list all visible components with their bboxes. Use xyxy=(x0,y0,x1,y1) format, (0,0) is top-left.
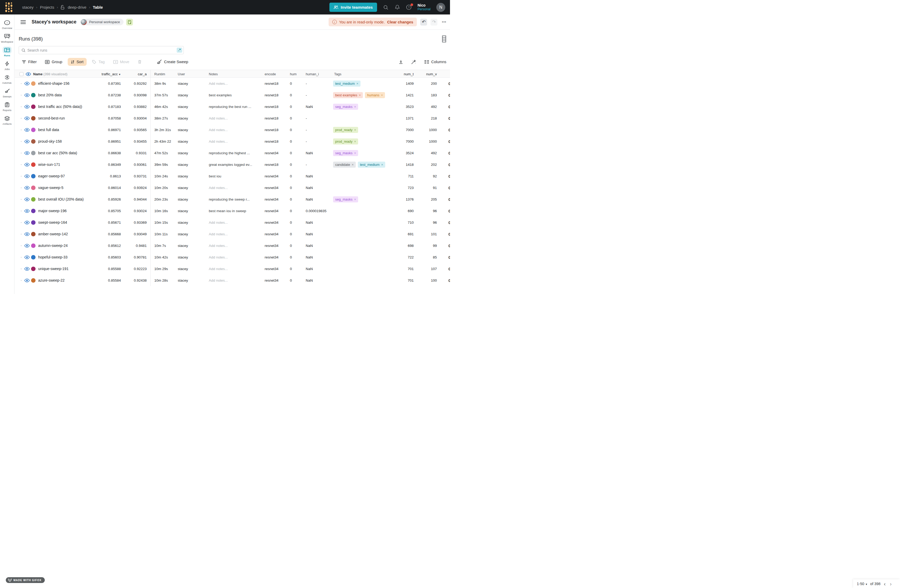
table-row[interactable]: best car acc (50% data)0.866380.933147m … xyxy=(15,147,450,159)
notes-cell[interactable]: Add notes... xyxy=(208,139,264,144)
table-row[interactable]: major-sweep-1960.857050.9302410m 16sstac… xyxy=(15,205,450,217)
notes-cell[interactable]: Add notes... xyxy=(208,186,264,190)
magic-wand-button[interactable] xyxy=(411,59,417,65)
column-header-hum[interactable]: hum xyxy=(289,72,305,76)
panel-rows-icon[interactable] xyxy=(442,36,446,42)
notes-cell[interactable]: best iou xyxy=(208,174,264,178)
regex-toggle[interactable]: .* xyxy=(177,48,182,53)
run-name[interactable]: vague-sweep-5 xyxy=(38,186,96,190)
visibility-toggle[interactable] xyxy=(23,128,30,132)
run-name[interactable]: best overall IOU (20% data) xyxy=(38,197,96,201)
table-row[interactable]: amber-sweep-1420.856680.9304910m 11sstac… xyxy=(15,228,450,240)
visibility-toggle[interactable] xyxy=(23,186,30,190)
table-row[interactable]: eager-sweep-970.86130.9373110m 24sstacey… xyxy=(15,170,450,182)
drag-handle[interactable] xyxy=(19,210,23,211)
run-name[interactable]: swept-sweep-164 xyxy=(38,220,96,224)
run-name[interactable]: proud-sky-158 xyxy=(38,139,96,144)
notes-cell[interactable]: Add notes... xyxy=(208,279,264,282)
tag-remove-icon[interactable]: × xyxy=(354,105,356,109)
visibility-toggle[interactable] xyxy=(23,162,30,167)
run-name[interactable]: efficient-shape-156 xyxy=(38,81,96,85)
notes-cell[interactable]: great examples logged ev... xyxy=(208,162,264,167)
notes-cell[interactable]: Add notes... xyxy=(208,82,264,85)
drag-handle[interactable] xyxy=(19,257,23,258)
drag-handle[interactable] xyxy=(19,83,23,84)
run-name[interactable]: best traffic acc (50% data)) xyxy=(38,105,96,109)
notes-cell[interactable]: best examples xyxy=(208,93,264,97)
visibility-toggle[interactable] xyxy=(23,232,30,236)
run-name[interactable]: second-best-run xyxy=(38,116,96,120)
global-search-icon[interactable] xyxy=(383,5,389,10)
more-options-button[interactable]: ••• xyxy=(442,20,446,24)
column-header-user[interactable]: User xyxy=(177,72,208,76)
sort-button[interactable]: Sort xyxy=(68,58,87,66)
notes-cell[interactable]: reproducing the best run ... xyxy=(208,105,264,109)
drag-handle[interactable] xyxy=(19,130,23,130)
notes-cell[interactable]: Add notes... xyxy=(208,267,264,271)
column-header-human-id[interactable]: human_i xyxy=(305,72,333,76)
sidebar-item-runs[interactable]: Runs xyxy=(0,46,14,57)
breadcrumb-project[interactable]: deep-drive xyxy=(68,5,86,9)
current-user[interactable]: Nico Personal xyxy=(417,3,430,11)
drag-handle[interactable] xyxy=(19,245,23,246)
drag-handle[interactable] xyxy=(19,176,23,176)
run-name[interactable]: hopeful-sweep-33 xyxy=(38,255,96,259)
visibility-toggle[interactable] xyxy=(23,244,30,248)
visibility-toggle[interactable] xyxy=(23,197,30,201)
undo-button[interactable]: ↶ xyxy=(420,19,427,26)
tag-remove-icon[interactable]: × xyxy=(354,139,356,144)
column-header-num-t[interactable]: num_t xyxy=(393,72,417,76)
run-name[interactable]: major-sweep-196 xyxy=(38,209,96,213)
drag-handle[interactable] xyxy=(19,234,23,235)
drag-handle[interactable] xyxy=(19,106,23,107)
table-row[interactable]: efficient-shape-1560.873910.9329238m 9ss… xyxy=(15,77,450,89)
breadcrumb-user[interactable]: stacey xyxy=(22,5,33,9)
clear-changes-link[interactable]: Clear changes xyxy=(387,20,413,24)
table-row[interactable]: vague-sweep-50.860140.9392410m 20sstacey… xyxy=(15,182,450,193)
table-row[interactable]: best full data0.869710.935653h 2m 31ssta… xyxy=(15,124,450,136)
drag-handle[interactable] xyxy=(19,153,23,153)
run-name[interactable]: best 20% data xyxy=(38,93,96,97)
create-sweep-button[interactable]: Create Sweep xyxy=(154,58,191,66)
drag-handle[interactable] xyxy=(19,187,23,188)
notes-cell[interactable]: reproducing the sweep r... xyxy=(208,197,264,201)
table-row[interactable]: hopeful-sweep-330.856030.9078110m 42ssta… xyxy=(15,251,450,263)
breadcrumb-projects[interactable]: Projects xyxy=(40,5,54,9)
run-name[interactable]: unique-sweep-191 xyxy=(38,267,96,271)
notifications-bell-icon[interactable] xyxy=(394,5,400,10)
run-name[interactable]: eager-sweep-97 xyxy=(38,174,96,178)
table-row[interactable]: best 20% data0.872380.9309837m 57sstacey… xyxy=(15,89,450,101)
table-row[interactable]: wise-sun-1710.863490.9306139m 59sstaceyg… xyxy=(15,159,450,170)
search-runs-box[interactable]: .* xyxy=(19,46,184,54)
column-header-traffic-acc[interactable]: traffic_acc▼ xyxy=(96,72,124,76)
tag-remove-icon[interactable]: × xyxy=(356,82,358,85)
table-row[interactable]: best traffic acc (50% data))0.871830.938… xyxy=(15,101,450,112)
workspace-owner[interactable]: Personal workspace xyxy=(81,19,124,25)
visibility-toggle[interactable] xyxy=(23,139,30,144)
notes-cell[interactable]: best mean iou in sweep xyxy=(208,209,264,213)
notes-cell[interactable]: Add notes... xyxy=(208,255,264,259)
column-header-runtime[interactable]: Runtim xyxy=(151,70,177,78)
visibility-toggle[interactable] xyxy=(23,209,30,213)
sidebar-item-artifacts[interactable]: Artifacts xyxy=(0,115,14,125)
search-runs-input[interactable] xyxy=(27,48,177,53)
visibility-toggle[interactable] xyxy=(23,221,30,224)
visibility-all-toggle[interactable] xyxy=(26,72,31,76)
visibility-toggle[interactable] xyxy=(23,151,30,155)
table-row[interactable]: swept-sweep-1640.856710.9336910m 15sstac… xyxy=(15,217,450,228)
drag-handle[interactable] xyxy=(19,199,23,200)
select-all-checkbox[interactable] xyxy=(20,72,23,76)
sidebar-item-jobs[interactable]: Jobs xyxy=(0,60,14,71)
column-header-tags[interactable]: Tags xyxy=(333,72,393,76)
wandb-logo[interactable] xyxy=(5,3,13,12)
notes-cell[interactable]: Add notes... xyxy=(208,244,264,248)
table-row[interactable]: second-best-run0.870580.9300438m 27sstac… xyxy=(15,112,450,124)
filter-button[interactable]: Filter xyxy=(19,58,40,66)
visibility-toggle[interactable] xyxy=(23,174,30,178)
visibility-toggle[interactable] xyxy=(23,105,30,109)
tag-remove-icon[interactable]: × xyxy=(352,162,354,167)
visibility-toggle[interactable] xyxy=(23,82,30,85)
run-name[interactable]: azure-sweep-22 xyxy=(38,278,96,282)
help-icon[interactable]: ? xyxy=(406,5,412,10)
workspace-spark-button[interactable] xyxy=(126,19,133,26)
